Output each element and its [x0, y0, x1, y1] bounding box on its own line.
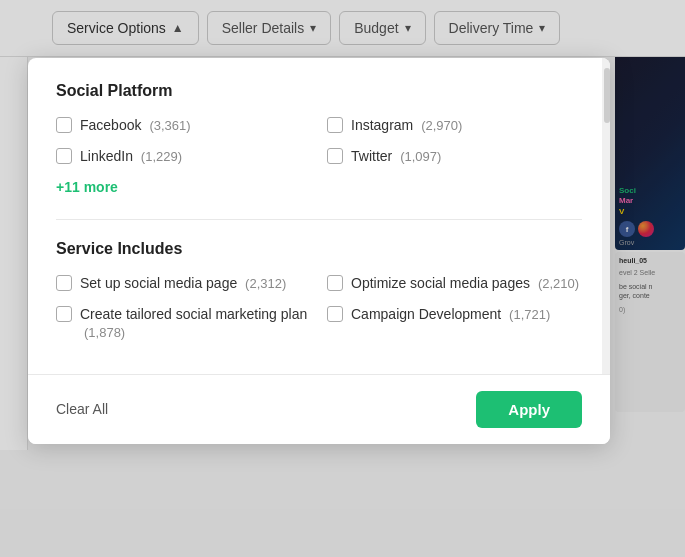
twitter-count: (1,097)	[400, 149, 441, 164]
linkedin-label: LinkedIn (1,229)	[80, 147, 182, 166]
campaign-dev-option[interactable]: Campaign Development (1,721)	[327, 305, 582, 342]
optimize-pages-count: (2,210)	[538, 276, 579, 291]
social-platform-title: Social Platform	[56, 82, 582, 100]
panel-scroll-area[interactable]: Social Platform Facebook (3,361) Instagr…	[28, 58, 610, 374]
service-options-dropdown: Social Platform Facebook (3,361) Instagr…	[28, 58, 610, 444]
instagram-option[interactable]: Instagram (2,970)	[327, 116, 582, 135]
social-platform-section: Social Platform Facebook (3,361) Instagr…	[56, 82, 582, 215]
linkedin-count: (1,229)	[141, 149, 182, 164]
optimize-pages-checkbox[interactable]	[327, 275, 343, 291]
social-platform-options: Facebook (3,361) Instagram (2,970) Linke…	[56, 116, 582, 166]
facebook-checkbox[interactable]	[56, 117, 72, 133]
instagram-count: (2,970)	[421, 118, 462, 133]
panel-footer: Clear All Apply	[28, 374, 610, 444]
twitter-checkbox[interactable]	[327, 148, 343, 164]
twitter-label: Twitter (1,097)	[351, 147, 441, 166]
campaign-dev-label: Campaign Development (1,721)	[351, 305, 550, 324]
campaign-dev-checkbox[interactable]	[327, 306, 343, 322]
instagram-label: Instagram (2,970)	[351, 116, 462, 135]
setup-page-label: Set up social media page (2,312)	[80, 274, 286, 293]
tailored-plan-checkbox[interactable]	[56, 306, 72, 322]
apply-button[interactable]: Apply	[476, 391, 582, 428]
instagram-checkbox[interactable]	[327, 117, 343, 133]
optimize-pages-label: Optimize social media pages (2,210)	[351, 274, 579, 293]
setup-page-option[interactable]: Set up social media page (2,312)	[56, 274, 311, 293]
linkedin-checkbox[interactable]	[56, 148, 72, 164]
tailored-plan-count: (1,878)	[84, 325, 125, 340]
service-includes-title: Service Includes	[56, 240, 582, 258]
setup-page-checkbox[interactable]	[56, 275, 72, 291]
clear-all-button[interactable]: Clear All	[56, 397, 108, 421]
service-includes-section: Service Includes Set up social media pag…	[56, 240, 582, 342]
tailored-plan-option[interactable]: Create tailored social marketing plan (1…	[56, 305, 311, 342]
bottom-spacer	[56, 354, 582, 374]
facebook-label: Facebook (3,361)	[80, 116, 191, 135]
more-platforms-link[interactable]: +11 more	[56, 179, 118, 195]
twitter-option[interactable]: Twitter (1,097)	[327, 147, 582, 166]
optimize-pages-option[interactable]: Optimize social media pages (2,210)	[327, 274, 582, 293]
section-divider	[56, 219, 582, 220]
tailored-plan-label: Create tailored social marketing plan (1…	[80, 305, 311, 342]
linkedin-option[interactable]: LinkedIn (1,229)	[56, 147, 311, 166]
campaign-dev-count: (1,721)	[509, 307, 550, 322]
service-includes-options: Set up social media page (2,312) Optimiz…	[56, 274, 582, 342]
facebook-option[interactable]: Facebook (3,361)	[56, 116, 311, 135]
facebook-count: (3,361)	[149, 118, 190, 133]
setup-page-count: (2,312)	[245, 276, 286, 291]
